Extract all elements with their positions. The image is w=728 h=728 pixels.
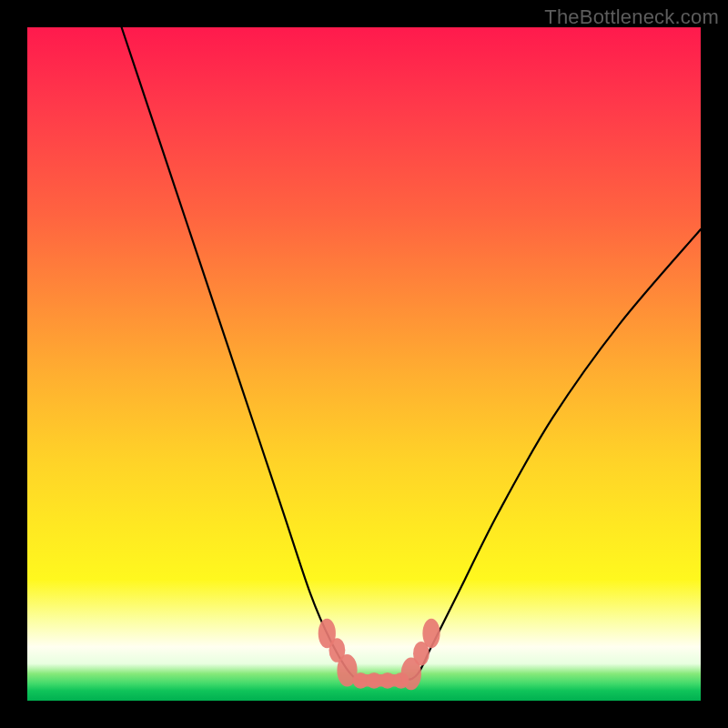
curve-marker bbox=[422, 619, 440, 649]
chart-frame: TheBottleneck.com bbox=[0, 0, 728, 728]
curve-markers bbox=[318, 619, 440, 691]
bottleneck-curve bbox=[122, 27, 701, 681]
plot-area bbox=[27, 27, 701, 701]
watermark-text: TheBottleneck.com bbox=[544, 5, 719, 29]
bottleneck-curve-svg bbox=[27, 27, 701, 701]
